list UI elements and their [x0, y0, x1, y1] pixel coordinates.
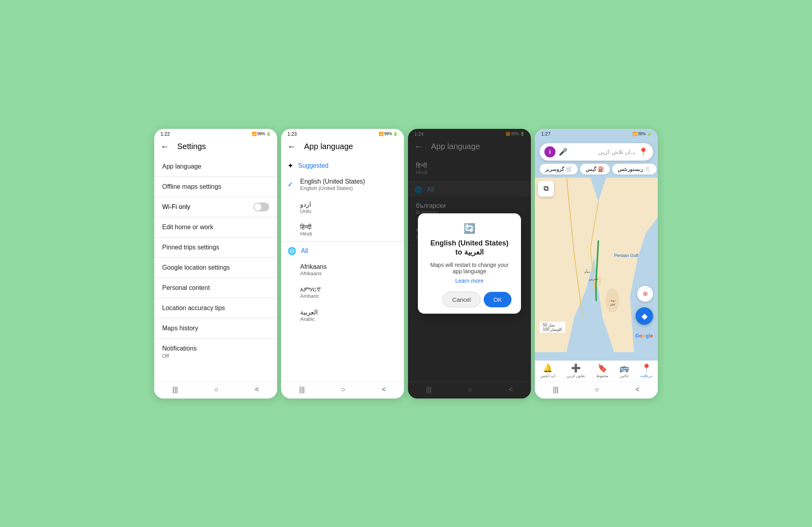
hindi-sub: Hindi	[300, 231, 396, 237]
map-view[interactable]: Persian Gulf بحرین دوحہ قطر دماّم ⧉ ⊕ ◆ …	[535, 178, 658, 360]
map-layer-button[interactable]: ⧉	[538, 181, 554, 197]
restaurants-icon: 🍴	[645, 166, 651, 172]
go-label: جائیں	[620, 374, 629, 378]
offline-maps-label: Offline maps settings	[162, 183, 269, 190]
status-icons-2: 📶 99% 🔋	[379, 132, 398, 136]
wifi-icon: 📶	[252, 132, 257, 136]
nav-contribute[interactable]: ➕ تعاون کریں	[567, 363, 586, 378]
scale-km: 100 کلومیٹر	[543, 327, 562, 332]
phone-settings: 1:22 📶 99% 🔋 ← Settings App language Off…	[154, 129, 277, 399]
svg-text:Persian Gulf: Persian Gulf	[614, 253, 638, 258]
battery-full-icon: 🔋	[266, 132, 271, 136]
nav-go[interactable]: 🚌 جائیں	[619, 363, 629, 378]
suggested-section-header: ✦ Suggested	[281, 157, 404, 173]
google-watermark: Google	[635, 333, 653, 339]
lang-item-hindi[interactable]: हिन्दी Hindi	[281, 219, 404, 241]
status-icons-4: 📶 98% 🔋	[632, 132, 651, 136]
amharic-label: አምሃርኛ	[300, 286, 396, 293]
back-button-1[interactable]: ←	[161, 142, 169, 152]
lang-item-arabic[interactable]: العربية Arabic	[281, 304, 404, 327]
dialog-title: English (United States) to العربية	[427, 239, 511, 257]
status-bar-4: 1:27 📶 98% 🔋	[535, 129, 658, 138]
app-language-label: App language	[162, 163, 269, 170]
contribute-label: تعاون کریں	[567, 374, 586, 378]
nav-home-4[interactable]: ○	[595, 385, 599, 394]
bottom-nav-1: ||| ○ <	[154, 381, 277, 399]
english-sub: English (United States)	[300, 185, 365, 191]
amharic-sub: Amharic	[300, 293, 396, 299]
settings-item-google-location[interactable]: Google location settings	[154, 258, 277, 278]
nav-home-1[interactable]: ○	[214, 385, 218, 394]
settings-item-wifi-only[interactable]: Wi-Fi only	[154, 197, 277, 217]
wifi-icon-4: 📶	[632, 132, 637, 136]
settings-item-offline-maps[interactable]: Offline maps settings	[154, 177, 277, 197]
settings-header: ← Settings	[154, 138, 277, 157]
hindi-label: हिन्दी	[300, 224, 396, 231]
dialog-refresh-icon: 🔄	[427, 223, 511, 234]
notifications-sub: Off	[162, 353, 269, 359]
settings-item-notifications[interactable]: Notifications Off	[154, 339, 277, 365]
phone-app-language: 1:23 📶 99% 🔋 ← App language ✦ Suggested …	[281, 129, 404, 399]
language-scroll-2: ✦ Suggested ✓ English (United States) En…	[281, 157, 404, 381]
groceries-label: گروسریز	[545, 166, 564, 172]
nav-home-2[interactable]: ○	[341, 385, 345, 394]
wifi-only-toggle[interactable]	[253, 203, 269, 211]
battery-icon: 99%	[257, 132, 265, 136]
maps-history-label: Maps history	[162, 325, 269, 332]
nav-recent-1[interactable]: |||	[172, 385, 178, 394]
map-location-fab[interactable]: ◆	[636, 307, 653, 325]
lang-item-english[interactable]: ✓ English (United States) English (Unite…	[281, 173, 404, 196]
google-location-label: Google location settings	[162, 264, 269, 271]
lang-item-urdu[interactable]: اردو Urdu	[281, 196, 404, 219]
nav-recent-4[interactable]: |||	[553, 385, 559, 394]
scale-miles: 50 میل	[543, 323, 562, 327]
settings-item-location-accuracy[interactable]: Location accuracy tips	[154, 298, 277, 318]
nav-explore[interactable]: 📍 دریافت	[640, 363, 652, 378]
lang-item-afrikaans[interactable]: Afrikaans Afrikaans	[281, 259, 404, 281]
settings-item-pinned-trips[interactable]: Pinned trips settings	[154, 238, 277, 257]
map-compass-button[interactable]: ⊕	[637, 286, 653, 302]
filter-chip-restaurants[interactable]: 🍴 ریستورنٹس	[612, 164, 657, 174]
nav-back-4[interactable]: <	[636, 385, 640, 394]
ok-button[interactable]: OK	[484, 292, 511, 307]
filter-chip-gas[interactable]: ⛽ گیس	[580, 164, 610, 174]
saved-label: محفوظ	[596, 374, 608, 378]
filter-chip-groceries[interactable]: 🛒 گروسریز	[540, 164, 578, 174]
nav-updates[interactable]: 🔔 اپ ڈیٹس	[540, 363, 555, 378]
plus-icon: ➕	[571, 363, 581, 373]
maps-search-bar[interactable]: i 🎤 یہاں تلاش کریں 📍	[540, 143, 653, 161]
settings-item-maps-history[interactable]: Maps history	[154, 318, 277, 338]
google-text: G	[635, 333, 639, 339]
settings-item-personal-content[interactable]: Personal content	[154, 278, 277, 298]
location-fab-icon: ◆	[642, 311, 647, 321]
settings-item-edit-home[interactable]: Edit home or work	[154, 217, 277, 237]
settings-list: App language Offline maps settings Wi-Fi…	[154, 157, 277, 381]
all-label: All	[301, 247, 308, 255]
back-button-2[interactable]: ←	[287, 142, 296, 152]
suggested-label: Suggested	[298, 162, 329, 169]
updates-label: اپ ڈیٹس	[540, 374, 555, 378]
time-2: 1:23	[287, 131, 297, 137]
cancel-button[interactable]: Cancel	[442, 292, 481, 307]
pin-icon: 📍	[642, 363, 651, 373]
english-label: English (United States)	[300, 178, 365, 185]
gas-icon: ⛽	[598, 166, 604, 172]
bookmark-icon: 🔖	[598, 363, 607, 373]
phone-language-dialog: 1:24 📶 99% 🔋 ← App language हिन्दी Hindi…	[408, 129, 531, 399]
sparkle-icon: ✦	[287, 161, 293, 170]
app-language-header: ← App language	[281, 138, 404, 157]
pinned-trips-label: Pinned trips settings	[162, 244, 269, 251]
microphone-icon[interactable]: 🎤	[559, 148, 567, 156]
nav-back-2[interactable]: <	[382, 385, 386, 394]
nav-recent-2[interactable]: |||	[299, 385, 305, 394]
bottom-nav-2: ||| ○ <	[281, 381, 404, 399]
search-placeholder[interactable]: یہاں تلاش کریں	[571, 149, 635, 155]
settings-item-app-language[interactable]: App language	[154, 157, 277, 176]
nav-saved[interactable]: 🔖 محفوظ	[596, 363, 608, 378]
nav-back-1[interactable]: <	[255, 385, 259, 394]
learn-more-link[interactable]: Learn more	[427, 278, 511, 284]
profile-avatar[interactable]: i	[544, 146, 555, 157]
status-bar-1: 1:22 📶 99% 🔋	[154, 129, 277, 138]
status-bar-2: 1:23 📶 99% 🔋	[281, 129, 404, 138]
lang-item-amharic[interactable]: አምሃርኛ Amharic	[281, 281, 404, 304]
